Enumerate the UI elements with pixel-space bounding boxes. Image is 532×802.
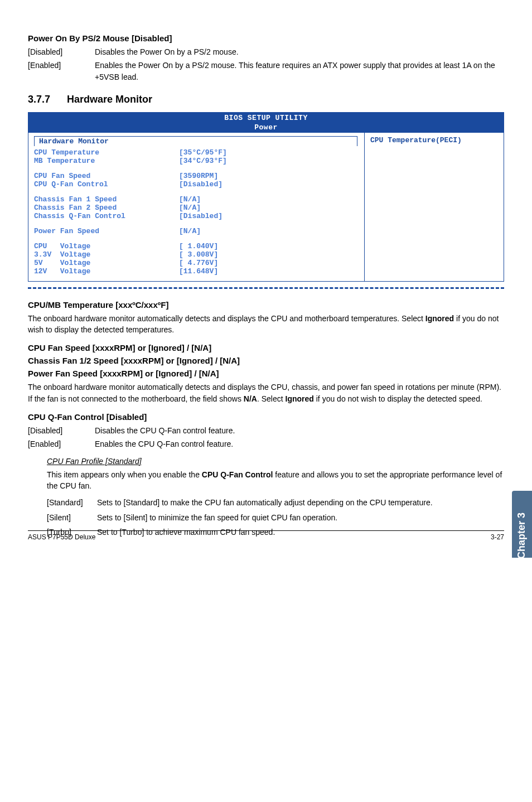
paragraph: The onboard hardware monitor automatical…: [28, 313, 504, 336]
bios-label: CPU Fan Speed: [34, 172, 179, 180]
bios-help-text: CPU Temperature(PECI): [370, 136, 462, 144]
text: . Select: [257, 394, 286, 403]
bios-label: Power Fan Speed: [34, 227, 179, 235]
chapter-tab-label: Chapter 3: [516, 512, 528, 558]
definition-row: [Disabled] Disables the CPU Q-Fan contro…: [28, 425, 504, 436]
bios-label: MB Temperature: [34, 157, 179, 165]
bios-value: [N/A]: [179, 227, 201, 235]
text-bold: Ignored: [425, 314, 454, 323]
bios-label: 12V Voltage: [34, 267, 179, 276]
def-desc: Disables the CPU Q-Fan control feature.: [95, 425, 504, 436]
text: if you do not wish to display the detect…: [314, 394, 482, 403]
section-title: Hardware Monitor: [67, 94, 152, 105]
bios-value: [35°C/95°F]: [179, 148, 227, 157]
paragraph: This item appears only when you enable t…: [47, 469, 504, 492]
def-desc: Disables the Power On by a PS/2 mouse.: [95, 46, 504, 57]
dashed-divider: [28, 287, 504, 289]
bios-value: [Disabled]: [179, 180, 223, 189]
chapter-tab: Chapter 3: [512, 491, 532, 558]
bios-title-text: BIOS SETUP UTILITY: [224, 114, 307, 122]
heading-cpu-fan-profile: CPU Fan Profile [Standard]: [47, 457, 504, 466]
bios-value: [ 4.776V]: [179, 259, 218, 267]
definition-row: [Enabled] Enables the Power On by a PS/2…: [28, 60, 504, 83]
text-bold: CPU Q-Fan Control: [202, 470, 273, 479]
opt-term: [Standard]: [47, 497, 97, 508]
bios-group: Chassis Fan 1 Speed[N/A] Chassis Fan 2 S…: [34, 195, 359, 220]
section-number: 3.7.7: [28, 94, 50, 105]
text: The onboard hardware monitor automatical…: [28, 314, 425, 323]
paragraph: The onboard hardware monitor automatical…: [28, 381, 504, 404]
bios-value: [ 1.040V]: [179, 242, 218, 250]
heading-chassis-fan-speed: Chassis Fan 1/2 Speed [xxxxRPM] or [Igno…: [28, 356, 504, 365]
opt-desc: Sets to [Standard] to make the CPU fan a…: [97, 497, 504, 508]
bios-value: [34°C/93°F]: [179, 157, 227, 165]
footer-right: 3-27: [491, 533, 504, 541]
bios-label: CPU Temperature: [34, 148, 179, 157]
bios-value: [N/A]: [179, 204, 201, 212]
bios-group: CPU Fan Speed[3590RPM] CPU Q-Fan Control…: [34, 172, 359, 189]
def-desc: Enables the Power On by a PS/2 mouse. Th…: [95, 60, 504, 83]
opt-desc: Sets to [Silent] to minimize the fan spe…: [97, 512, 504, 523]
option-row: [Standard] Sets to [Standard] to make th…: [47, 497, 504, 508]
opt-term: [Silent]: [47, 512, 97, 523]
bios-label: CPU Voltage: [34, 242, 179, 250]
bios-label: Chassis Fan 1 Speed: [34, 195, 179, 204]
def-term: [Disabled]: [28, 46, 95, 57]
bios-label: 5V Voltage: [34, 259, 179, 267]
def-term: [Enabled]: [28, 438, 95, 450]
heading-qfan-control: CPU Q-Fan Control [Disabled]: [28, 412, 504, 422]
bios-value: [11.648V]: [179, 267, 218, 276]
bios-section-header: Hardware Monitor: [34, 136, 357, 146]
bios-left-panel: Hardware Monitor CPU Temperature[35°C/95…: [28, 133, 364, 281]
text: This item appears only when you enable t…: [47, 470, 202, 479]
heading-cpu-fan-speed: CPU Fan Speed [xxxxRPM] or [Ignored] / […: [28, 343, 504, 352]
bios-label: Chassis Q-Fan Control: [34, 212, 179, 220]
bios-right-panel: CPU Temperature(PECI): [364, 133, 504, 281]
option-row: [Silent] Sets to [Silent] to minimize th…: [47, 512, 504, 523]
definition-row: [Enabled] Enables the CPU Q-Fan control …: [28, 438, 504, 450]
page-footer: ASUS P7P55D Deluxe 3-27: [28, 530, 504, 541]
def-desc: Enables the CPU Q-Fan control feature.: [95, 438, 504, 450]
bios-tab: Power: [28, 123, 504, 132]
bios-group: Power Fan Speed[N/A]: [34, 227, 359, 235]
bios-value: [ 3.008V]: [179, 250, 218, 259]
bios-title-bar: BIOS SETUP UTILITY Power: [28, 113, 504, 133]
bios-screenshot: BIOS SETUP UTILITY Power Hardware Monito…: [28, 112, 504, 282]
def-term: [Enabled]: [28, 60, 95, 83]
text-bold: Ignored: [286, 394, 314, 403]
bios-label: Chassis Fan 2 Speed: [34, 204, 179, 212]
def-term: [Disabled]: [28, 425, 95, 436]
bios-value: [3590RPM]: [179, 172, 218, 180]
heading-hardware-monitor: 3.7.7 Hardware Monitor: [28, 94, 504, 105]
heading-cpumb-temp: CPU/MB Temperature [xxxºC/xxxºF]: [28, 300, 504, 310]
bios-group: CPU Voltage[ 1.040V] 3.3V Voltage[ 3.008…: [34, 242, 359, 276]
bios-value: [Disabled]: [179, 212, 223, 220]
indented-block: CPU Fan Profile [Standard] This item app…: [47, 457, 504, 538]
bios-label: CPU Q-Fan Control: [34, 180, 179, 189]
footer-left: ASUS P7P55D Deluxe: [28, 533, 95, 541]
heading-power-fan-speed: Power Fan Speed [xxxxRPM] or [Ignored] /…: [28, 369, 504, 378]
heading-power-on-ps2: Power On By PS/2 Mouse [Disabled]: [28, 33, 504, 43]
definition-row: [Disabled] Disables the Power On by a PS…: [28, 46, 504, 57]
bios-value: [N/A]: [179, 195, 201, 204]
bios-label: 3.3V Voltage: [34, 250, 179, 259]
text-bold: N/A: [244, 394, 257, 403]
bios-group: CPU Temperature[35°C/95°F] MB Temperatur…: [34, 148, 359, 165]
